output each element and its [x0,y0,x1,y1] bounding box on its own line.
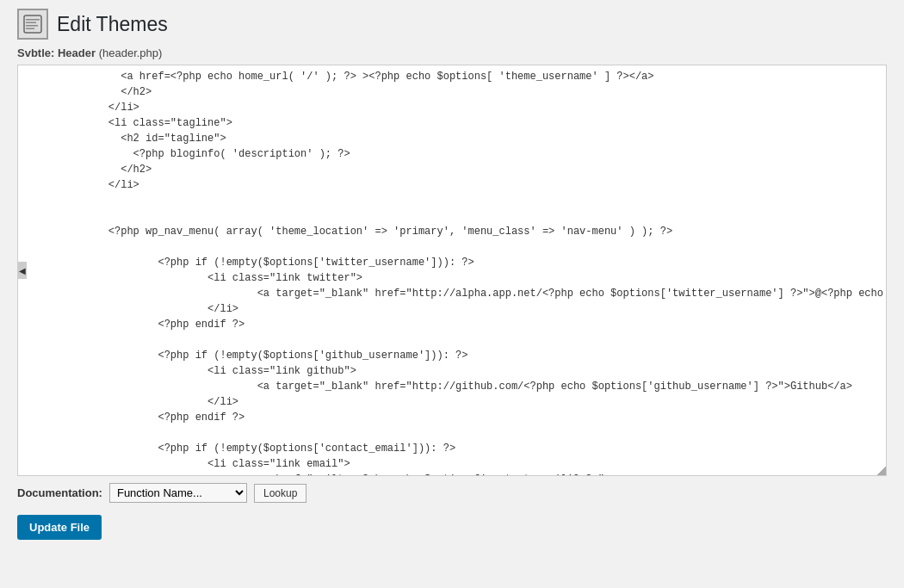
code-editor[interactable] [18,65,886,475]
svg-rect-1 [26,19,40,21]
filename: (header.php) [99,46,163,59]
left-arrow-icon[interactable]: ◀ [18,262,27,279]
function-name-select[interactable]: Function Name... [109,483,247,503]
svg-rect-2 [26,22,36,24]
documentation-label: Documentation: [17,486,102,499]
theme-name: Svbtle: Header [17,46,96,59]
svg-rect-3 [26,25,38,27]
resize-handle[interactable] [877,467,886,475]
page-header: Edit Themes [17,9,887,40]
svg-rect-0 [24,15,41,33]
svg-rect-4 [26,28,34,30]
edit-themes-icon [17,9,48,40]
lookup-button[interactable]: Lookup [254,484,306,503]
update-file-button[interactable]: Update File [17,515,102,540]
editor-container: ◀ [17,65,887,476]
file-subtitle: Svbtle: Header (header.php) [17,46,887,59]
docs-row: Documentation: Function Name... Lookup [17,483,887,503]
page-title: Edit Themes [57,13,168,36]
